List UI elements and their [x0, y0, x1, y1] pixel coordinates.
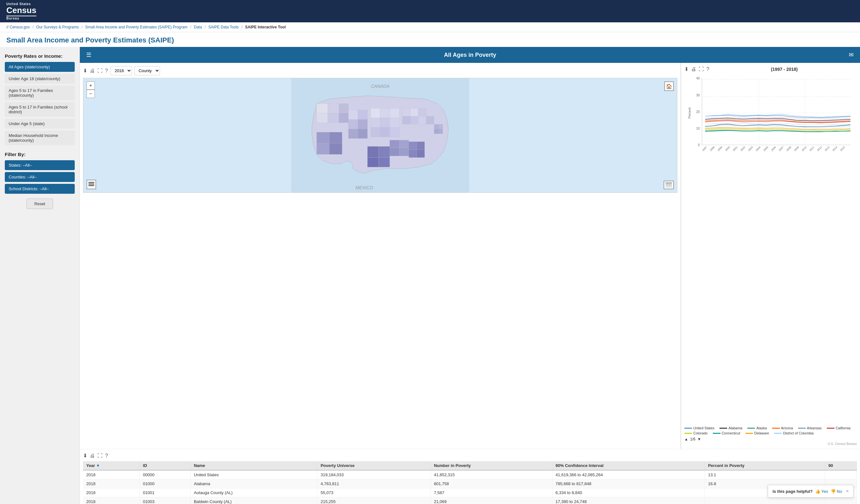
- page-title-bar: Small Area Income and Poverty Estimates …: [0, 32, 860, 47]
- menu-icon[interactable]: ☰: [86, 51, 91, 58]
- geography-selector[interactable]: County State: [134, 66, 160, 75]
- legend-label-connecticut: Connecticut: [722, 431, 740, 435]
- sidebar-item-ages-5-17-school[interactable]: Ages 5 to 17 in Families (school distric…: [5, 102, 75, 117]
- filter-states[interactable]: States: –All–: [5, 160, 75, 170]
- cell-ci: 6,334 to 8,840: [552, 488, 705, 497]
- svg-rect-27: [390, 118, 399, 127]
- svg-rect-44: [409, 150, 417, 158]
- cell-num-poverty: 801,758: [430, 479, 552, 488]
- helpful-popup: Is this page helpful? 👍 Yes 👎 No ×: [768, 485, 854, 498]
- legend-color-connecticut: [713, 433, 720, 434]
- legend-label-colorado: Colorado: [693, 431, 708, 435]
- legend-color-alabama: [719, 428, 727, 429]
- legend-california: California: [827, 426, 850, 430]
- main-layout: Poverty Rates or Income: All Ages (state…: [0, 47, 860, 504]
- col-poverty-universe: Poverty Universe: [317, 461, 430, 470]
- svg-rect-29: [380, 127, 390, 137]
- legend-alaska: Alaska: [747, 426, 767, 430]
- svg-rect-16: [348, 110, 358, 119]
- legend-color-us: [684, 428, 692, 429]
- breadcrumb-data[interactable]: Data: [194, 25, 202, 29]
- legend-up-icon[interactable]: ▲: [684, 437, 688, 442]
- svg-rect-32: [410, 108, 418, 116]
- home-button[interactable]: 🏠: [664, 81, 674, 91]
- legend-label-arizona: Arizona: [781, 426, 793, 430]
- svg-text:2003: 2003: [748, 146, 754, 152]
- legend-down-icon[interactable]: ▼: [698, 437, 701, 442]
- year-selector[interactable]: 2018 2017 2016 2015 2014 2013 2012 2011 …: [111, 66, 132, 75]
- svg-rect-50: [434, 124, 439, 129]
- helpful-close-button[interactable]: ×: [846, 488, 849, 494]
- table-help-icon[interactable]: ?: [105, 453, 108, 459]
- download-icon[interactable]: ⬇: [83, 68, 87, 74]
- help-icon[interactable]: ?: [105, 68, 108, 74]
- filter-school-districts[interactable]: School Districts: –All–: [5, 184, 75, 194]
- zoom-out-button[interactable]: −: [87, 90, 95, 98]
- col-id: ID: [140, 461, 190, 470]
- cell-id: 01000: [140, 479, 190, 488]
- content-area: ☰ All Ages in Poverty ✉ ⬇ 🖨 ⛶ ? 2018 201…: [80, 47, 860, 504]
- sidebar-item-median-income[interactable]: Median Household Income (state/county): [5, 131, 75, 145]
- layers-button[interactable]: [664, 181, 674, 189]
- chart-help-icon[interactable]: ?: [706, 66, 709, 72]
- svg-text:2013: 2013: [824, 146, 830, 152]
- svg-text:40: 40: [696, 77, 700, 80]
- zoom-in-button[interactable]: +: [87, 81, 95, 90]
- legend-arizona: Arizona: [772, 426, 793, 430]
- cell-pct: 13.1: [705, 470, 825, 479]
- svg-rect-21: [358, 129, 368, 138]
- sidebar-item-under-5[interactable]: Under Age 5 (state): [5, 119, 75, 129]
- chart-print-icon[interactable]: 🖨: [691, 66, 696, 72]
- svg-text:2007: 2007: [778, 146, 784, 152]
- legend-color-delaware: [745, 433, 753, 434]
- print-icon[interactable]: 🖨: [90, 68, 95, 74]
- table-row: 2018 01001 Autauga County (AL) 55,073 7,…: [83, 488, 857, 497]
- svg-rect-26: [380, 118, 390, 127]
- legend-connecticut: Connecticut: [713, 431, 740, 435]
- svg-rect-25: [371, 118, 380, 127]
- cell-90: [825, 497, 857, 504]
- sidebar-item-all-ages[interactable]: All Ages (state/county): [5, 62, 75, 72]
- breadcrumb-data-tools[interactable]: SAIPE Data Tools: [208, 25, 239, 29]
- svg-rect-31: [402, 108, 410, 116]
- svg-rect-13: [329, 132, 342, 143]
- helpful-no-button[interactable]: 👎 No: [831, 489, 842, 494]
- svg-rect-45: [417, 150, 425, 158]
- svg-rect-40: [409, 142, 417, 150]
- chart-expand-icon[interactable]: ⛶: [699, 66, 704, 72]
- expand-icon[interactable]: ⛶: [97, 68, 102, 74]
- svg-text:2010: 2010: [801, 146, 807, 152]
- filter-counties[interactable]: Counties: –All–: [5, 172, 75, 182]
- year-filter-icon[interactable]: ▼: [96, 463, 100, 468]
- legend-button[interactable]: [87, 180, 96, 189]
- us-map: CANADA MEXICO: [83, 78, 677, 192]
- legend-color-alaska: [747, 428, 755, 429]
- chart-download-icon[interactable]: ⬇: [684, 66, 688, 72]
- helpful-yes-button[interactable]: 👍 Yes: [815, 489, 828, 494]
- svg-rect-48: [368, 158, 379, 167]
- line-chart-svg: 40 30 20 10 0 Percent 1997: [684, 75, 857, 158]
- svg-rect-43: [399, 148, 409, 156]
- sidebar-item-ages-5-17-families[interactable]: Ages 5 to 17 in Families (state/county): [5, 86, 75, 100]
- table-toolbar: ⬇ 🖨 ⛶ ?: [83, 453, 857, 459]
- table-download-icon[interactable]: ⬇: [83, 453, 87, 459]
- legend-page: 1/6: [690, 437, 696, 442]
- reset-button[interactable]: Reset: [27, 198, 53, 209]
- email-icon[interactable]: ✉: [849, 51, 854, 58]
- svg-rect-39: [399, 140, 409, 148]
- legend-color-colorado: [684, 433, 692, 434]
- breadcrumb-surveys[interactable]: Our Surveys & Programs: [36, 25, 78, 29]
- svg-rect-46: [368, 147, 379, 158]
- table-expand-icon[interactable]: ⛶: [97, 453, 102, 459]
- breadcrumb-census[interactable]: Census.gov: [10, 25, 30, 29]
- sidebar-item-under-18[interactable]: Under Age 18 (state/county): [5, 74, 75, 84]
- logo-line3: Bureau: [6, 17, 37, 20]
- svg-rect-18: [348, 119, 358, 129]
- charts-row: ⬇ 🖨 ⛶ ? 2018 2017 2016 2015 2014 2013 20…: [80, 63, 860, 449]
- tool-header: ☰ All Ages in Poverty ✉: [80, 47, 860, 63]
- breadcrumb-saipe-program[interactable]: Small Area Income and Poverty Estimates …: [85, 25, 187, 29]
- table-print-icon[interactable]: 🖨: [90, 453, 95, 459]
- chart-title-range: (1997 - 2018): [712, 67, 857, 72]
- svg-rect-19: [358, 119, 368, 129]
- cell-ci: 41,619,366 to 42,085,264: [552, 470, 705, 479]
